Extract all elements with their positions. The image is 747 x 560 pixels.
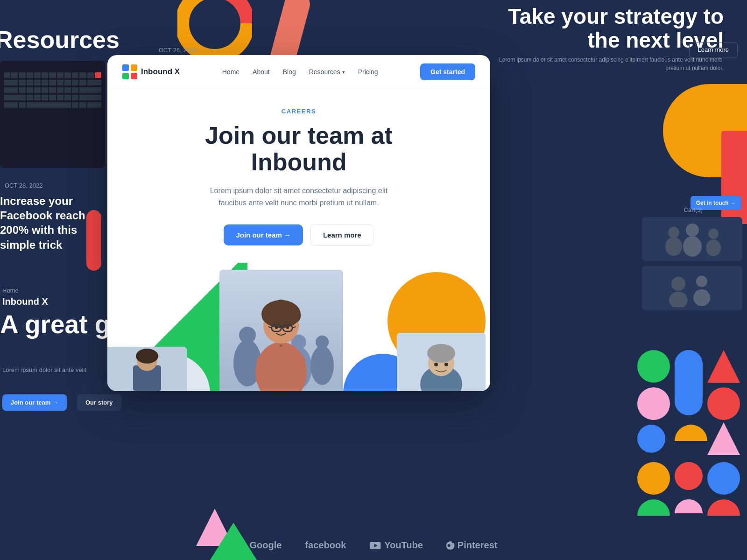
navbar: Inbound X Home About Blog Resources ▾ Pr…: [107, 55, 490, 89]
careers-label: CAREERS: [282, 108, 317, 115]
svg-point-5: [686, 224, 699, 237]
svg-point-13: [693, 289, 710, 306]
nav-resources[interactable]: Resources ▾: [309, 68, 345, 76]
bg-join-team-button[interactable]: Join our team →: [2, 394, 67, 411]
get-started-button[interactable]: Get started: [420, 63, 475, 80]
hero-section: CAREERS Join our team at Inbound Lorem i…: [107, 89, 490, 263]
bg-right-heading: Take your strategy to the next level Lor…: [490, 5, 724, 72]
svg-rect-25: [122, 73, 129, 79]
svg-point-31: [310, 346, 334, 385]
older-man-photo: [397, 333, 486, 391]
bg-inbound-label: Inbound X: [2, 296, 48, 307]
small-person-photo: [107, 347, 187, 391]
logo-icon: [122, 64, 137, 79]
nav-about[interactable]: About: [253, 68, 270, 76]
svg-point-46: [286, 326, 289, 329]
bg-date-oct28: OCT 28, 2022: [5, 182, 42, 189]
red-rect-right: [721, 131, 747, 224]
bg-lorem-text: Lorem ipsum dolor sit ante velit: [2, 366, 86, 373]
svg-rect-24: [131, 64, 137, 71]
svg-point-3: [668, 227, 679, 238]
learn-more-button[interactable]: Learn more: [310, 224, 374, 246]
bg-facebook-text: Increase your Facebook reach 200% with t…: [0, 194, 100, 252]
svg-point-21: [448, 544, 451, 547]
nav-home[interactable]: Home: [222, 68, 240, 76]
bg-brand-logos: Google facebook YouTube Pinterest: [250, 540, 498, 551]
learn-more-bg-button[interactable]: Learn more: [689, 42, 738, 57]
bg-date-oct26: OCT 26, 2022: [159, 47, 197, 54]
svg-point-57: [136, 349, 158, 364]
main-card: Inbound X Home About Blog Resources ▾ Pr…: [107, 55, 490, 391]
svg-point-32: [316, 336, 329, 349]
bg-right-photo-2: [642, 266, 742, 310]
svg-point-6: [683, 236, 702, 257]
svg-point-28: [239, 327, 256, 343]
bg-our-story-button[interactable]: Our story: [77, 394, 121, 411]
bg-cart-label: Cart(3): [684, 206, 703, 213]
bg-shapes-grid-right: [637, 350, 745, 523]
hero-description: Lorem ipsum dolor sit amet consectetur a…: [201, 185, 397, 209]
svg-rect-23: [122, 64, 129, 71]
svg-marker-14: [707, 350, 740, 383]
svg-point-4: [665, 237, 682, 256]
bg-home-label: Home: [2, 287, 19, 294]
svg-point-8: [706, 239, 721, 256]
svg-rect-9: [650, 270, 734, 307]
svg-point-51: [427, 344, 455, 363]
chevron-down-icon: ▾: [342, 69, 345, 75]
svg-point-7: [708, 229, 719, 239]
bg-right-photo-1: [642, 217, 742, 261]
svg-point-37: [262, 310, 275, 323]
svg-point-38: [288, 310, 301, 323]
svg-point-34: [257, 350, 305, 371]
svg-marker-15: [707, 422, 740, 455]
nav-blog[interactable]: Blog: [283, 68, 296, 76]
svg-point-39: [273, 300, 289, 316]
bg-keyboard-image: [0, 61, 105, 168]
join-team-button[interactable]: Join our team →: [224, 224, 303, 245]
nav-pricing[interactable]: Pricing: [358, 68, 378, 76]
logo-text: Inbound X: [141, 67, 180, 77]
person-photo: [219, 270, 343, 391]
image-section: [107, 263, 490, 391]
svg-point-45: [275, 326, 278, 329]
svg-point-10: [671, 277, 685, 291]
svg-point-47: [280, 344, 282, 347]
svg-point-12: [696, 276, 707, 287]
svg-point-52: [434, 363, 438, 366]
svg-rect-26: [131, 73, 137, 79]
logo[interactable]: Inbound X: [122, 64, 180, 79]
hero-title: Join our team at Inbound: [205, 122, 393, 175]
bg-resources-text: Resources: [0, 26, 120, 54]
hero-buttons: Join our team → Learn more: [224, 224, 374, 246]
nav-links: Home About Blog Resources ▾ Pricing: [222, 68, 378, 76]
svg-point-53: [444, 363, 448, 366]
